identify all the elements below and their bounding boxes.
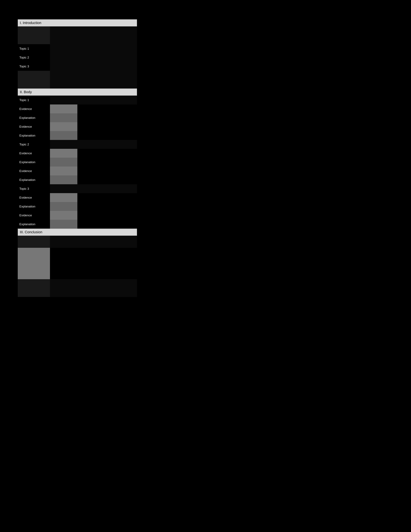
body-topic1-row: Topic 1 xyxy=(18,95,137,104)
body-t2-explanation1-label: Explanation xyxy=(18,158,50,167)
conclusion-header: III. Conclusion xyxy=(18,228,137,236)
body-t1-evidence2-gray xyxy=(50,122,77,131)
body-t2-evidence2-label: Evidence xyxy=(18,167,50,175)
conc-row5 xyxy=(18,279,137,297)
intro-topic2-content xyxy=(50,53,137,62)
body-t2-explanation2-label: Explanation xyxy=(18,175,50,184)
conc-label2 xyxy=(18,248,50,258)
body-t3-evidence2-row: Evidence xyxy=(18,211,137,220)
body-topic3-row: Topic 3 xyxy=(18,184,137,193)
conclusion-section: III. Conclusion xyxy=(18,228,137,297)
body-t3-evidence2-gray xyxy=(50,211,77,220)
body-t2-evidence2-row: Evidence xyxy=(18,167,137,175)
intro-content-area xyxy=(50,27,137,44)
conc-label5 xyxy=(18,279,50,297)
body-t1-evidence2-label: Evidence xyxy=(18,122,50,131)
intro-topic2-row: Topic 2 xyxy=(18,53,137,62)
intro-label-area xyxy=(18,27,50,44)
conc-content2 xyxy=(50,248,137,258)
body-t1-explanation1-row: Explanation xyxy=(18,113,137,122)
body-t3-explanation1-gray xyxy=(50,202,77,211)
body-t3-explanation1-remaining xyxy=(77,202,137,211)
conc-label3 xyxy=(18,258,50,269)
intro-topic1-content xyxy=(50,44,137,53)
body-t3-evidence2-remaining xyxy=(77,211,137,220)
body-t2-evidence2-remaining xyxy=(77,167,137,175)
body-t1-evidence1-gray xyxy=(50,104,77,113)
body-t3-evidence1-remaining xyxy=(77,193,137,202)
conc-content5 xyxy=(50,279,137,297)
body-t2-evidence1-gray xyxy=(50,149,77,158)
intro-topic3-label: Topic 3 xyxy=(18,62,50,71)
body-t1-explanation2-label: Explanation xyxy=(18,131,50,140)
intro-topic1-label: Topic 1 xyxy=(18,44,50,53)
body-t3-evidence1-gray xyxy=(50,193,77,202)
body-t2-evidence1-label: Evidence xyxy=(18,149,50,158)
conc-label1 xyxy=(18,236,50,248)
conclusion-title: III. Conclusion xyxy=(20,230,42,234)
body-topic2-label: Topic 2 xyxy=(18,140,50,149)
intro-bottom-label-area xyxy=(18,71,50,88)
body-t3-evidence1-row: Evidence xyxy=(18,193,137,202)
conc-row4 xyxy=(18,269,137,279)
body-t3-evidence1-label: Evidence xyxy=(18,193,50,202)
body-t1-evidence1-remaining xyxy=(77,104,137,113)
body-t2-evidence1-remaining xyxy=(77,149,137,158)
introduction-title: I. Introduction xyxy=(20,21,41,25)
body-t2-explanation2-remaining xyxy=(77,175,137,184)
intro-top-block xyxy=(18,27,137,44)
conc-row1 xyxy=(18,236,137,248)
body-t2-explanation1-gray xyxy=(50,158,77,167)
body-t1-explanation2-row: Explanation xyxy=(18,131,137,140)
body-t1-explanation1-remaining xyxy=(77,113,137,122)
body-t2-explanation2-gray xyxy=(50,175,77,184)
introduction-section: I. Introduction Topic 1 Topic 2 Topic 3 xyxy=(18,19,137,88)
conc-content3 xyxy=(50,258,137,269)
intro-topic2-label: Topic 2 xyxy=(18,53,50,62)
body-content: Topic 1 Evidence Explanation Evidence Ex… xyxy=(18,95,137,228)
body-topic3-content xyxy=(50,184,137,193)
body-t1-explanation2-remaining xyxy=(77,131,137,140)
body-t3-explanation2-gray xyxy=(50,220,77,228)
body-topic2-content xyxy=(50,140,137,149)
body-t1-evidence2-remaining xyxy=(77,122,137,131)
conclusion-body xyxy=(18,236,137,297)
body-t2-explanation1-remaining xyxy=(77,158,137,167)
body-t3-explanation2-label: Explanation xyxy=(18,220,50,228)
body-t2-explanation2-row: Explanation xyxy=(18,175,137,184)
conc-row2 xyxy=(18,248,137,258)
body-t3-explanation1-row: Explanation xyxy=(18,202,137,211)
body-t1-evidence1-label: Evidence xyxy=(18,104,50,113)
intro-topic3-row: Topic 3 xyxy=(18,62,137,71)
body-t3-evidence2-label: Evidence xyxy=(18,211,50,220)
conc-content4 xyxy=(50,269,137,279)
body-t2-explanation1-row: Explanation xyxy=(18,158,137,167)
body-t3-explanation1-label: Explanation xyxy=(18,202,50,211)
body-topic1-label: Topic 1 xyxy=(18,95,50,104)
intro-topic1-row: Topic 1 xyxy=(18,44,137,53)
body-t3-explanation2-remaining xyxy=(77,220,137,228)
body-topic2-row: Topic 2 xyxy=(18,140,137,149)
intro-bottom-block xyxy=(18,71,137,88)
body-t1-explanation2-gray xyxy=(50,131,77,140)
conc-label4 xyxy=(18,269,50,279)
conc-content1 xyxy=(50,236,137,248)
body-topic3-label: Topic 3 xyxy=(18,184,50,193)
introduction-header: I. Introduction xyxy=(18,19,137,27)
body-t1-evidence2-row: Evidence xyxy=(18,122,137,131)
introduction-body: Topic 1 Topic 2 Topic 3 xyxy=(18,27,137,88)
outline-container: I. Introduction Topic 1 Topic 2 Topic 3 xyxy=(18,19,137,297)
conc-row3 xyxy=(18,258,137,269)
body-t1-evidence1-row: Evidence xyxy=(18,104,137,113)
body-t2-evidence1-row: Evidence xyxy=(18,149,137,158)
body-header: II. Body xyxy=(18,88,137,95)
body-t3-explanation2-row: Explanation xyxy=(18,220,137,228)
body-t1-explanation1-label: Explanation xyxy=(18,113,50,122)
intro-bottom-content-area xyxy=(50,71,137,88)
intro-topic3-content xyxy=(50,62,137,71)
body-section: II. Body Topic 1 Evidence Explanation Ev… xyxy=(18,88,137,228)
body-title: II. Body xyxy=(20,90,32,94)
body-t1-explanation1-gray xyxy=(50,113,77,122)
body-topic1-content xyxy=(50,95,137,104)
body-t2-evidence2-gray xyxy=(50,167,77,175)
